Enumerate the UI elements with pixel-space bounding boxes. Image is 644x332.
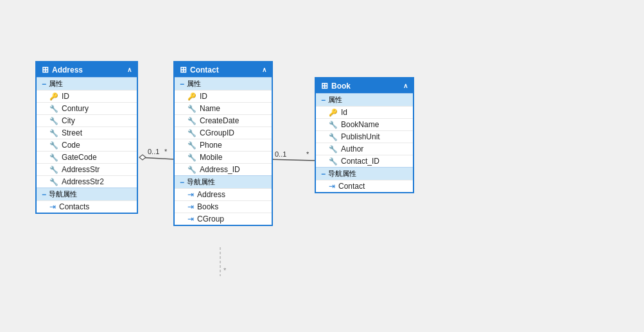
wrench-icon: 🔧 [49, 141, 58, 150]
contact-entity-icon: ⊞ [180, 65, 187, 74]
address-nav-label: 导航属性 [49, 189, 77, 199]
svg-marker-1 [139, 155, 146, 160]
nav-icon: ⇥ [49, 202, 56, 211]
key-icon: 🔑 [329, 109, 338, 117]
nav-icon: ⇥ [329, 182, 335, 191]
contact-addressid-label: Address_ID [200, 165, 240, 174]
address-field-city: 🔧 City [37, 114, 137, 127]
address-field-street: 🔧 Street [37, 127, 137, 139]
contact-field-createdate: 🔧 CreateDate [175, 114, 272, 127]
svg-line-2 [266, 159, 315, 161]
wrench-icon: 🔧 [187, 117, 196, 125]
book-bookname-label: BookName [341, 120, 379, 129]
book-contactid-label: Contact_ID [341, 157, 379, 166]
key-icon: 🔑 [49, 92, 58, 101]
address-addressstr2-label: AddressStr2 [62, 177, 104, 186]
wrench-icon: 🔧 [49, 178, 58, 186]
contact-createdate-label: CreateDate [200, 116, 239, 125]
contact-field-name: 🔧 Name [175, 102, 272, 114]
svg-text:*: * [223, 266, 227, 274]
contact-field-mobile: 🔧 Mobile [175, 151, 272, 163]
book-attr-minus: − [321, 96, 326, 105]
contact-attr-label: 属性 [187, 79, 201, 89]
contact-nav-address-label: Address [197, 190, 225, 199]
contact-mobile-label: Mobile [200, 153, 222, 162]
wrench-icon: 🔧 [187, 166, 196, 174]
contact-field-id: 🔑 ID [175, 90, 272, 102]
wrench-icon: 🔧 [49, 117, 58, 125]
address-attr-minus: − [42, 80, 46, 89]
contact-cgroupid-label: CGroupID [200, 128, 234, 137]
book-nav-section: − 导航属性 [316, 167, 413, 180]
diagram-area: 0..1 * 0..1 * * ⊞ Address ∧ − 属性 🔑 ID [0, 0, 644, 332]
wrench-icon: 🔧 [49, 129, 58, 137]
book-entity: ⊞ Book ∧ − 属性 🔑 Id 🔧 BookName 🔧 PublishU… [315, 77, 414, 193]
wrench-icon: 🔧 [329, 133, 338, 141]
contact-field-addressid: 🔧 Address_ID [175, 163, 272, 175]
address-contacts-label: Contacts [59, 202, 89, 211]
wrench-icon: 🔧 [329, 145, 338, 153]
svg-line-0 [139, 157, 173, 159]
address-nav-contacts: ⇥ Contacts [37, 200, 137, 213]
contact-nav-cgroup-label: CGroup [197, 214, 224, 223]
contact-title: Contact [190, 66, 219, 74]
address-title: Address [52, 66, 83, 74]
wrench-icon: 🔧 [49, 166, 58, 174]
book-attr-section: − 属性 [316, 93, 413, 106]
book-field-bookname: 🔧 BookName [316, 118, 413, 130]
address-entity: ⊞ Address ∧ − 属性 🔑 ID 🔧 Contury 🔧 City 🔧… [35, 61, 138, 214]
contact-nav-address: ⇥ Address [175, 188, 272, 200]
address-nav-section: − 导航属性 [37, 188, 137, 200]
key-icon: 🔑 [187, 92, 196, 101]
contact-field-cgroupid: 🔧 CGroupID [175, 127, 272, 139]
address-code-label: Code [62, 141, 80, 150]
contact-field-phone: 🔧 Phone [175, 139, 272, 151]
contact-nav-books-label: Books [197, 202, 218, 211]
connector2-label-right: * [306, 150, 309, 158]
address-city-label: City [62, 116, 75, 125]
address-chevron-icon[interactable]: ∧ [127, 66, 132, 73]
address-attr-section: − 属性 [37, 77, 137, 90]
contact-nav-minus: − [180, 178, 184, 187]
wrench-icon: 🔧 [49, 153, 58, 162]
connector1-label-left: 0..1 [148, 148, 159, 155]
contact-nav-label: 导航属性 [187, 177, 215, 187]
address-field-contury: 🔧 Contury [37, 102, 137, 114]
wrench-icon: 🔧 [187, 141, 196, 150]
book-field-author: 🔧 Author [316, 143, 413, 155]
address-nav-minus: − [42, 190, 46, 199]
address-street-label: Street [62, 128, 82, 137]
book-header[interactable]: ⊞ Book ∧ [316, 78, 413, 93]
address-field-addressstr2: 🔧 AddressStr2 [37, 175, 137, 188]
wrench-icon: 🔧 [49, 105, 58, 113]
address-addressstr-label: AddressStr [62, 165, 100, 174]
contact-attr-minus: − [180, 80, 184, 89]
book-id-label: Id [341, 108, 347, 117]
wrench-icon: 🔧 [329, 121, 338, 129]
book-chevron-icon[interactable]: ∧ [403, 82, 408, 89]
connector1-label-right: * [164, 148, 168, 155]
book-nav-contact: ⇥ Contact [316, 180, 413, 192]
contact-id-label: ID [200, 92, 207, 101]
book-publishunit-label: PublishUnit [341, 132, 380, 141]
contact-chevron-icon[interactable]: ∧ [262, 66, 266, 73]
address-field-addressstr: 🔧 AddressStr [37, 163, 137, 175]
book-field-id: 🔑 Id [316, 106, 413, 118]
contact-entity: ⊞ Contact ∧ − 属性 🔑 ID 🔧 Name 🔧 CreateDat… [173, 61, 273, 226]
wrench-icon: 🔧 [187, 129, 196, 137]
address-id-label: ID [62, 92, 69, 101]
contact-nav-cgroup: ⇥ CGroup [175, 213, 272, 225]
book-nav-minus: − [321, 170, 326, 179]
address-gatecode-label: GateCode [62, 153, 97, 162]
contact-name-label: Name [200, 104, 220, 113]
address-header[interactable]: ⊞ Address ∧ [37, 62, 137, 77]
address-field-code: 🔧 Code [37, 139, 137, 151]
contact-header[interactable]: ⊞ Contact ∧ [175, 62, 272, 77]
contact-nav-books: ⇥ Books [175, 200, 272, 213]
wrench-icon: 🔧 [329, 157, 338, 166]
wrench-icon: 🔧 [187, 105, 196, 113]
nav-icon: ⇥ [187, 190, 194, 199]
book-title: Book [331, 82, 351, 91]
book-field-contactid: 🔧 Contact_ID [316, 155, 413, 167]
contact-attr-section: − 属性 [175, 77, 272, 90]
